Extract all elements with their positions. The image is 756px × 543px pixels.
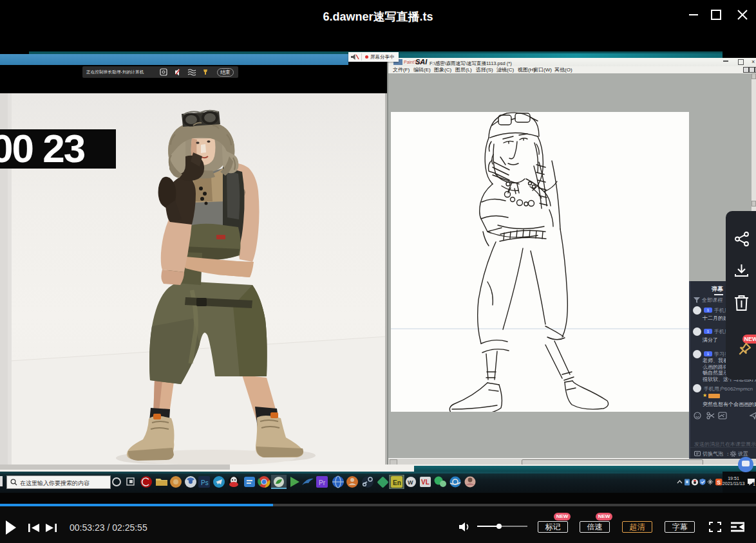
svg-text:S: S — [717, 479, 721, 486]
svg-text:Pr: Pr — [319, 479, 326, 486]
svg-text:Ps: Ps — [201, 479, 209, 486]
svg-text:W: W — [408, 479, 413, 486]
svg-text:En: En — [393, 479, 401, 486]
svg-text:1: 1 — [753, 482, 755, 486]
svg-text:V͏L: V͏L — [421, 479, 430, 486]
